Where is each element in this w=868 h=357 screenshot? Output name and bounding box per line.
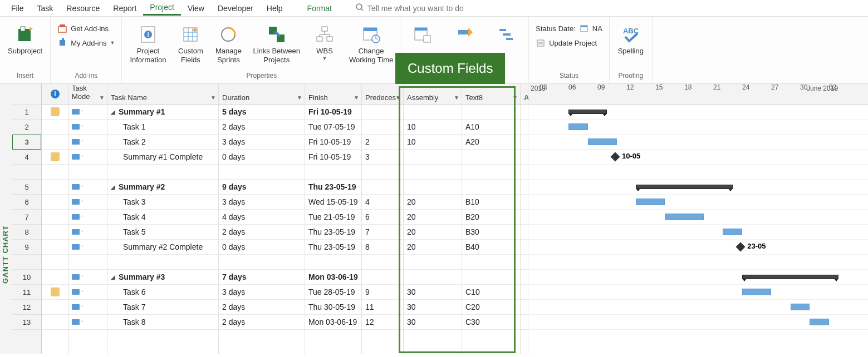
- duration-cell[interactable]: 3 days: [219, 135, 305, 150]
- predecessors-cell[interactable]: 9: [362, 285, 403, 300]
- task-name-cell[interactable]: Task 3: [107, 195, 218, 210]
- gantt-row[interactable]: 10-05: [528, 150, 868, 165]
- indicator-cell[interactable]: [42, 285, 68, 300]
- tell-me-search[interactable]: Tell me what you want to do: [355, 3, 464, 13]
- header-duration[interactable]: Duration▼: [219, 83, 305, 105]
- assembly-cell[interactable]: 20: [404, 240, 462, 255]
- extra-cell[interactable]: [521, 180, 528, 195]
- gantt-milestone[interactable]: [736, 242, 746, 252]
- duration-cell[interactable]: 2 days: [219, 120, 305, 135]
- row-number[interactable]: 13: [12, 315, 41, 330]
- text8-cell[interactable]: B40: [462, 240, 520, 255]
- extra-cell[interactable]: [521, 135, 528, 150]
- extra-cell[interactable]: [521, 285, 528, 300]
- text8-cell[interactable]: [462, 150, 520, 165]
- subproject-button[interactable]: Subproject: [4, 22, 46, 57]
- duration-cell[interactable]: 2 days: [219, 315, 305, 330]
- row-header-corner[interactable]: [12, 83, 41, 105]
- row-number[interactable]: 9: [12, 240, 41, 255]
- task-mode-cell[interactable]: [68, 105, 107, 120]
- extra-cell[interactable]: [521, 300, 528, 315]
- gantt-summary-bar[interactable]: [636, 185, 732, 189]
- predecessors-cell[interactable]: [362, 180, 403, 195]
- predecessors-cell[interactable]: [362, 105, 403, 120]
- row-number[interactable]: 4: [12, 150, 41, 165]
- task-mode-cell[interactable]: [68, 135, 107, 150]
- row-number[interactable]: 1: [12, 105, 41, 120]
- finish-cell[interactable]: Fri 10-05-19: [305, 150, 361, 165]
- predecessors-cell[interactable]: 2: [362, 135, 403, 150]
- task-name-cell[interactable]: Task 5: [107, 225, 218, 240]
- extra-cell[interactable]: [521, 150, 528, 165]
- spelling-button[interactable]: ABC Spelling: [614, 22, 648, 57]
- extra-cell[interactable]: [521, 315, 528, 330]
- task-name-cell[interactable]: Task 4: [107, 210, 218, 225]
- gantt-summary-bar[interactable]: [568, 110, 607, 114]
- assembly-cell[interactable]: 30: [404, 300, 462, 315]
- header-task-name[interactable]: Task Name▼: [107, 83, 218, 105]
- duration-cell[interactable]: 3 days: [219, 285, 305, 300]
- predecessors-cell[interactable]: 12: [362, 315, 403, 330]
- schedule-btn-2[interactable]: [448, 22, 482, 47]
- task-mode-cell[interactable]: [68, 315, 107, 330]
- gantt-task-bar[interactable]: [636, 199, 665, 205]
- text8-cell[interactable]: B10: [462, 195, 520, 210]
- finish-cell[interactable]: Tue 28-05-19: [305, 285, 361, 300]
- finish-cell[interactable]: Wed 15-05-19: [305, 195, 361, 210]
- gantt-row[interactable]: [528, 285, 868, 300]
- assembly-cell[interactable]: 10: [404, 135, 462, 150]
- gantt-summary-bar[interactable]: [742, 275, 838, 279]
- task-mode-cell[interactable]: [68, 180, 107, 195]
- assembly-cell[interactable]: [404, 105, 462, 120]
- gantt-task-bar[interactable]: [723, 229, 742, 235]
- task-mode-cell[interactable]: [68, 120, 107, 135]
- assembly-cell[interactable]: [404, 150, 462, 165]
- menu-file[interactable]: File: [4, 2, 31, 15]
- task-name-cell[interactable]: Task 7: [107, 300, 218, 315]
- text8-cell[interactable]: A20: [462, 135, 520, 150]
- assembly-cell[interactable]: [404, 180, 462, 195]
- task-name-cell[interactable]: ◢Summary #3: [107, 270, 218, 285]
- task-mode-cell[interactable]: [68, 270, 107, 285]
- task-mode-cell[interactable]: [68, 195, 107, 210]
- indicator-cell[interactable]: [42, 195, 68, 210]
- gantt-row[interactable]: [528, 210, 868, 225]
- task-mode-cell[interactable]: [68, 150, 107, 165]
- menu-help[interactable]: Help: [260, 2, 290, 15]
- duration-cell[interactable]: 4 days: [219, 210, 305, 225]
- row-number[interactable]: 2: [12, 120, 41, 135]
- gantt-row[interactable]: [528, 120, 868, 135]
- gantt-row[interactable]: [528, 225, 868, 240]
- assembly-cell[interactable]: 10: [404, 120, 462, 135]
- indicator-cell[interactable]: [42, 135, 68, 150]
- manage-sprints-button[interactable]: Manage Sprints: [212, 22, 245, 65]
- text8-cell[interactable]: [462, 180, 520, 195]
- project-information-button[interactable]: i Project Information: [126, 22, 169, 65]
- gantt-row[interactable]: [528, 270, 868, 285]
- finish-cell[interactable]: Thu 23-05-19: [305, 240, 361, 255]
- duration-cell[interactable]: 9 days: [219, 180, 305, 195]
- gantt-task-bar[interactable]: [588, 138, 617, 145]
- header-predecessors[interactable]: Predeces▼: [362, 83, 403, 105]
- row-number[interactable]: 7: [12, 210, 41, 225]
- gantt-row[interactable]: [528, 315, 868, 330]
- text8-cell[interactable]: B30: [462, 225, 520, 240]
- text8-cell[interactable]: C20: [462, 300, 520, 315]
- task-name-cell[interactable]: Task 2: [107, 135, 218, 150]
- text8-cell[interactable]: C10: [462, 285, 520, 300]
- row-number[interactable]: 5: [12, 180, 41, 195]
- header-extra[interactable]: A: [521, 83, 528, 105]
- duration-cell[interactable]: 5 days: [219, 105, 305, 120]
- extra-cell[interactable]: [521, 210, 528, 225]
- menu-report[interactable]: Report: [106, 2, 143, 15]
- extra-cell[interactable]: [521, 225, 528, 240]
- get-addins-button[interactable]: Get Add-ins: [55, 22, 117, 34]
- predecessors-cell[interactable]: 6: [362, 210, 403, 225]
- my-addins-button[interactable]: My Add-ins ▼: [55, 37, 117, 49]
- gantt-task-bar[interactable]: [742, 289, 771, 295]
- task-name-cell[interactable]: ◢Summary #1: [107, 105, 218, 120]
- text8-cell[interactable]: [462, 270, 520, 285]
- assembly-cell[interactable]: 20: [404, 210, 462, 225]
- indicator-cell[interactable]: [42, 315, 68, 330]
- gantt-row[interactable]: [528, 300, 868, 315]
